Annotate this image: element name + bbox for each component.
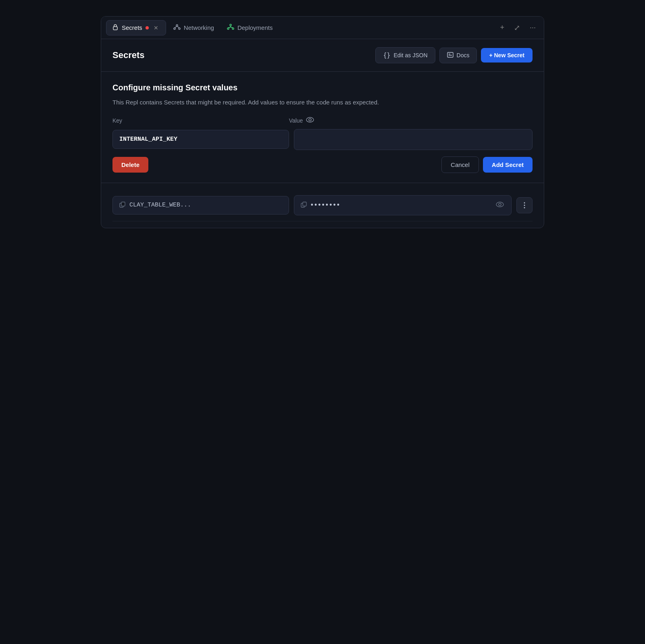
svg-point-3 [179,28,180,29]
panel-header: Secrets {} Edit as JSON Docs + New Secre… [101,39,544,72]
tab-unsaved-dot [146,26,149,29]
svg-rect-18 [121,202,125,206]
tab-close-btn[interactable]: ✕ [152,24,160,32]
secrets-list: CLAY_TABLE_WEB... •••••••• [101,183,544,228]
more-btn[interactable]: ··· [526,22,539,33]
tab-deployments-label: Deployments [237,24,273,31]
deployments-icon [227,24,234,32]
docs-button[interactable]: Docs [439,48,477,63]
form-actions: Delete Cancel Add Secret [112,156,533,173]
add-secret-button[interactable]: Add Secret [483,157,533,173]
tab-networking[interactable]: Networking [168,21,220,35]
svg-line-11 [231,27,233,28]
header-actions: {} Edit as JSON Docs + New Secret [375,47,533,63]
svg-point-2 [174,28,175,29]
tab-deployments[interactable]: Deployments [221,21,279,35]
value-label: Value [289,117,314,124]
add-tab-btn[interactable]: + [497,22,508,33]
page-title: Secrets [112,50,145,60]
toggle-secret-visibility[interactable] [495,201,505,210]
cancel-button[interactable]: Cancel [441,156,479,173]
svg-rect-0 [113,27,117,30]
tab-networking-label: Networking [184,24,214,31]
secret-key-cell: CLAY_TABLE_WEB... [112,196,289,215]
tab-secrets-label: Secrets [122,24,142,31]
svg-rect-20 [303,202,306,206]
edit-as-json-button[interactable]: {} Edit as JSON [375,47,435,63]
new-secret-button[interactable]: + New Secret [481,48,533,63]
svg-point-24 [524,204,525,206]
key-label: Key [112,117,289,124]
secret-more-button[interactable] [516,197,533,213]
value-input[interactable] [294,129,533,150]
copy-key-icon[interactable] [119,202,125,209]
alert-section: Configure missing Secret values This Rep… [101,72,544,183]
svg-point-23 [524,202,525,203]
svg-point-15 [306,117,314,122]
tab-secrets[interactable]: Secrets ✕ [106,20,166,35]
svg-rect-12 [447,52,453,57]
svg-point-16 [309,119,311,121]
form-labels: Key Value [112,117,533,124]
secret-value-cell: •••••••• [294,195,512,215]
value-visibility-toggle[interactable] [306,117,314,124]
svg-point-25 [524,207,525,208]
copy-value-icon[interactable] [301,202,307,209]
svg-line-10 [228,27,231,28]
svg-line-5 [177,26,179,28]
svg-point-6 [230,24,231,26]
delete-button[interactable]: Delete [112,157,148,173]
secrets-panel: Secrets ✕ Networking [101,16,544,228]
alert-body: This Repl contains Secrets that might be… [112,98,533,107]
svg-point-1 [176,25,178,26]
tab-bar-actions: + ⤢ ··· [497,22,539,34]
json-icon: {} [383,52,390,59]
secret-value-dots: •••••••• [311,201,491,209]
expand-btn[interactable]: ⤢ [511,22,523,34]
svg-point-22 [499,203,501,206]
svg-line-4 [175,26,177,28]
key-input[interactable] [112,130,289,149]
form-row [112,129,533,150]
svg-point-8 [232,28,234,29]
secret-key-text: CLAY_TABLE_WEB... [129,202,191,208]
tab-bar: Secrets ✕ Networking [101,17,544,39]
svg-point-21 [496,202,504,207]
lock-icon [112,24,119,32]
alert-title: Configure missing Secret values [112,83,533,92]
network-icon [173,24,181,32]
docs-icon [447,52,454,59]
svg-point-7 [227,28,229,29]
table-row: CLAY_TABLE_WEB... •••••••• [112,190,533,221]
